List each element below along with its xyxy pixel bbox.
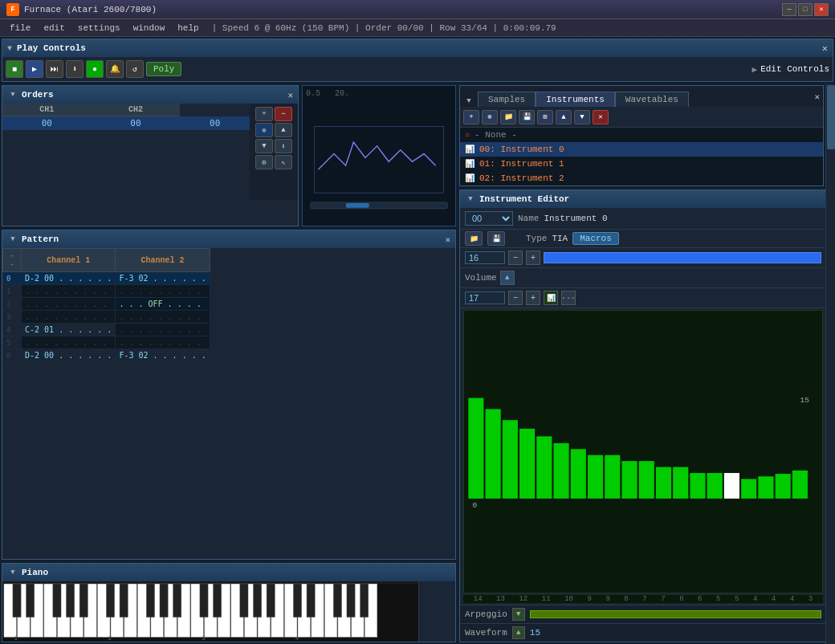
orders-down2-button[interactable]: ⬇ [275,139,292,153]
samples-copy-button[interactable]: ⊕ [482,110,498,124]
samples-item-2[interactable]: 📊 02: Instrument 2 [460,171,823,185]
loop-button[interactable]: ● [86,60,104,78]
pattern-row-5[interactable]: 5 . . . . . . . . . . . . . . . . . . [3,336,210,349]
svg-rect-67 [588,455,603,499]
samples-folder-button[interactable]: 📁 [500,110,516,124]
close-button[interactable]: ✕ [814,3,829,16]
svg-rect-60 [468,398,483,499]
orders-copy-button[interactable]: ⊕ [255,123,273,137]
macros-tab[interactable]: Macros [572,232,619,245]
orders-row[interactable]: 00 00 00 [2,116,250,131]
piano-collapse-icon[interactable]: ▼ [7,567,18,578]
pattern-row-1[interactable]: 1 . . . . . . . . . . . . . . . . . . [3,285,210,298]
orders-settings-button[interactable]: ⚙ [255,155,273,169]
samples-panel: ▼ Samples Instruments Wavetables ✕ + ⊕ 📁… [459,85,824,186]
samples-none-label: - None - [475,130,517,140]
samples-remove-button[interactable]: ✕ [593,110,609,124]
row-num-0: 0 [3,272,22,285]
menu-settings[interactable]: settings [71,22,127,35]
svg-rect-41 [253,584,261,618]
piano-panel: ▼ Piano /* piano drawn in SVG below */ [2,563,456,642]
samples-item-none[interactable]: ○ - None - [460,128,823,142]
pattern-row-4[interactable]: 4 C-2 01 . . . . . . . . . . . . . . . [3,324,210,336]
menu-window[interactable]: window [127,22,172,35]
menu-edit[interactable]: edit [37,22,71,35]
stop-button[interactable]: ■ [6,60,23,78]
menu-file[interactable]: file [3,22,37,35]
pattern-row-0[interactable]: 0 D-2 00 . . . . . . F-3 02 . . . . . . [3,272,210,285]
ie-collapse-icon[interactable]: ▼ [465,194,476,205]
svg-rect-16 [79,584,88,618]
pattern-row-3[interactable]: 3 . . . . . . . . . . . . . . . . . . [3,311,210,324]
orders-remove-button[interactable]: − [275,107,292,121]
poly-button[interactable]: Poly [146,62,181,76]
volume-chart-button[interactable]: 📊 [544,291,558,305]
record-button[interactable]: ⬇ [66,60,84,78]
tab-instruments[interactable]: Instruments [536,92,615,107]
macro-16-input[interactable] [465,251,505,264]
pattern-collapse-icon[interactable]: ▼ [7,234,18,245]
orders-cursor-button[interactable]: ↖ [275,155,292,169]
pattern-r4-ch2: . . . . . . . . . [116,324,210,336]
pattern-row-2[interactable]: 2 . . . . . . . . . . . . OFF . . . . [3,298,210,311]
volume-decrement-button[interactable]: − [508,291,523,305]
pattern-channels: -- Channel 1 Channel 2 0 D-2 00 . . . . … [2,248,455,559]
svg-rect-40 [240,584,248,618]
tab-wavetables[interactable]: Wavetables [615,92,689,107]
pattern-r3-ch1: . . . . . . . . . [22,311,116,324]
samples-close[interactable]: ✕ [814,92,820,102]
chart-label-5b: 5 [735,595,739,603]
volume-17-input[interactable] [465,291,505,304]
left-side: ▼ Orders ✕ CH1 CH2 [0,84,458,644]
volume-label: Volume [465,273,497,283]
waveform-expand-button[interactable]: ▲ [512,626,525,639]
orders-copy-row: ⊕ ▲ [255,123,292,137]
pattern-row-6[interactable]: 6 D-2 00 . . . . . . F-3 02 . . . . . . [3,349,210,362]
svg-rect-27 [146,584,154,618]
maximize-button[interactable]: □ [798,3,813,16]
instrument-id-select[interactable]: 00 01 02 [465,211,513,226]
orders-cell-rownum: 00 [2,116,92,131]
samples-up-button[interactable]: ▲ [556,110,572,124]
play-controls-close[interactable]: ✕ [822,43,828,55]
ie-save-button[interactable]: 💾 [487,231,505,246]
vertical-scrollbar[interactable] [825,84,835,644]
svg-rect-15 [67,584,75,618]
volume-increment-button[interactable]: + [526,291,540,305]
pattern-r2-ch1: . . . . . . . . . [22,298,116,311]
samples-grid-button[interactable]: ⊞ [537,110,553,124]
orders-add-remove-row: + − [255,107,292,121]
samples-item-0[interactable]: 📊 00: Instrument 0 [460,142,823,157]
samples-collapse-icon[interactable]: ▼ [463,96,475,107]
piano-extra [418,581,455,642]
macro-decrement-button[interactable]: − [508,251,523,265]
bell-button[interactable]: 🔔 [106,60,124,78]
step-button[interactable]: ⏭ [46,60,63,78]
scroll-thumb[interactable] [827,85,835,149]
volume-more-button[interactable]: ··· [561,291,576,305]
collapse-arrow-icon[interactable]: ▼ [7,44,12,53]
tab-samples[interactable]: Samples [478,92,536,107]
samples-add-button[interactable]: + [463,110,479,124]
samples-save-button[interactable]: 💾 [519,110,535,124]
row-num-1: 1 [3,285,22,298]
orders-down-button[interactable]: ▼ [255,139,273,153]
volume-expand-button[interactable]: ▲ [500,271,515,285]
minimize-button[interactable]: ─ [782,3,796,16]
orders-col-ch2: CH2 [92,104,181,116]
macro-increment-button[interactable]: + [526,251,540,265]
orders-add-button[interactable]: + [255,107,273,121]
orders-close[interactable]: ✕ [287,90,293,100]
menu-help[interactable]: help [171,22,205,35]
orders-collapse-icon[interactable]: ▼ [7,89,18,100]
pattern-close[interactable]: ✕ [445,234,450,245]
samples-item-1[interactable]: 📊 01: Instrument 1 [460,157,823,171]
row-num-6: 6 [3,349,22,362]
refresh-button[interactable]: ↺ [126,60,144,78]
svg-text:1: 1 [14,635,18,642]
orders-up-button[interactable]: ▲ [275,123,292,137]
arpeggio-expand-button[interactable]: ▼ [512,608,525,621]
samples-down-button[interactable]: ▼ [574,110,590,124]
ie-folder-button[interactable]: 📁 [465,231,483,246]
play-button[interactable]: ▶ [26,60,43,78]
